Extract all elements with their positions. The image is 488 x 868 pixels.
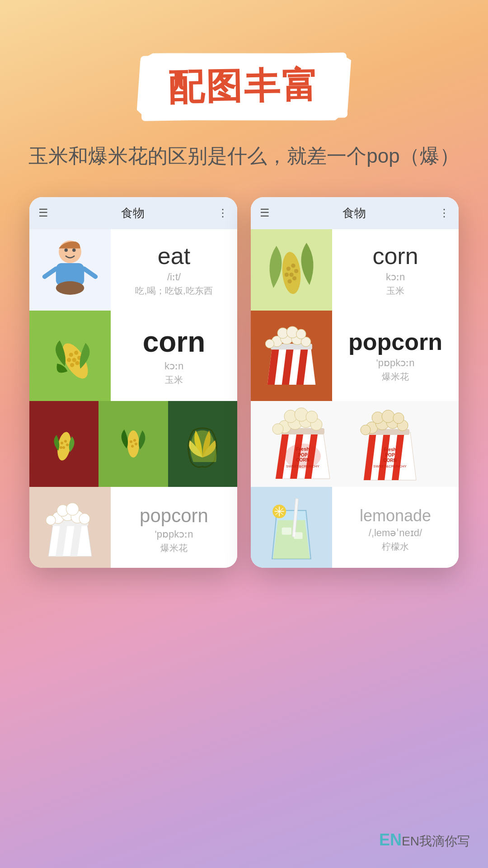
svg-point-17: [64, 440, 67, 443]
veggie-illustration: [182, 417, 223, 471]
left-corn-word: corn kɔːn 玉米: [111, 311, 237, 401]
svg-point-11: [72, 358, 76, 362]
svg-point-22: [130, 440, 132, 443]
right-content-area: corn kɔːn 玉米: [251, 229, 459, 568]
cell-corn-2: [99, 401, 168, 487]
svg-text:SWEET&CRUNCHY: SWEET&CRUNCHY: [286, 464, 319, 468]
svg-point-31: [46, 515, 56, 525]
left-eat-row: eat /iːt/ 吃,喝；吃饭,吃东西: [29, 229, 237, 311]
svg-point-8: [69, 353, 73, 357]
right-lemonade-word: lemonade /ˌleməˈneɪd/ 柠檬水: [332, 487, 459, 568]
left-eat-word: eat /iːt/ 吃,喝；吃饭,吃东西: [111, 229, 237, 311]
right-popcorn-image: [251, 311, 332, 401]
lemonade-word: lemonade: [360, 506, 431, 525]
main-title: 配图丰富: [168, 61, 320, 113]
svg-text:POP: POP: [385, 453, 394, 458]
svg-point-77: [393, 413, 404, 424]
svg-text:SWEET&CRUNCHY: SWEET&CRUNCHY: [373, 464, 407, 468]
eat-phonetic: /iːt/: [167, 271, 181, 283]
eat-meaning: 吃,喝；吃饭,吃东西: [135, 285, 212, 297]
dots-icon-right: ⋮: [439, 207, 450, 219]
svg-point-37: [294, 269, 298, 273]
left-three-row: [29, 401, 237, 487]
phones-container: ☰ 食物 ⋮: [0, 197, 488, 568]
svg-point-21: [127, 430, 139, 458]
eat-illustration: [36, 236, 104, 304]
svg-point-13: [75, 361, 79, 365]
corn-phonetic: kɔːn: [164, 360, 183, 372]
popcorn-cup-right: [260, 320, 323, 392]
subtitle: 玉米和爆米花的区别是什么，就差一个pop（爆）: [27, 142, 461, 170]
watermark: ENEN我滴你写: [379, 830, 470, 850]
right-lemonade-row: lemonade /ˌleməˈneɪd/ 柠檬水: [251, 487, 459, 568]
svg-point-39: [285, 273, 289, 277]
left-content-area: eat /iːt/ 吃,喝；吃饭,吃东西: [29, 229, 237, 568]
hamburger-icon-right: ☰: [260, 207, 270, 219]
right-big-popcorn-image: Fresh POP CORN SWEET&CRUNCHY: [251, 401, 459, 487]
left-phone-header: ☰ 食物 ⋮: [29, 197, 237, 229]
left-phone: ☰ 食物 ⋮: [29, 197, 237, 568]
svg-point-61: [272, 424, 283, 434]
svg-text:POP: POP: [298, 453, 307, 458]
svg-point-50: [296, 329, 306, 339]
popcorn-meaning-right: 爆米花: [382, 371, 409, 383]
svg-point-23: [133, 439, 136, 442]
svg-point-40: [292, 276, 296, 280]
eat-word: eat: [158, 242, 190, 269]
svg-rect-80: [282, 527, 291, 534]
svg-text:Fresh: Fresh: [296, 446, 310, 452]
watermark-text: EN我滴你写: [402, 834, 470, 848]
svg-point-20: [60, 446, 62, 449]
svg-point-2: [56, 281, 84, 295]
corn-phonetic-right: kɔːn: [386, 271, 405, 283]
svg-point-64: [306, 411, 318, 423]
left-eat-image: [29, 229, 111, 311]
svg-point-18: [66, 443, 69, 446]
popcorn-word-right: popcorn: [348, 328, 442, 355]
svg-point-74: [361, 425, 371, 435]
svg-point-35: [286, 266, 291, 270]
svg-point-24: [135, 443, 137, 445]
popcorn-big-illustration: Fresh POP CORN SWEET&CRUNCHY: [260, 402, 450, 486]
left-phone-title: 食物: [121, 205, 145, 221]
lemonade-meaning: 柠檬水: [382, 541, 409, 553]
svg-point-25: [131, 445, 134, 448]
svg-point-76: [382, 410, 394, 423]
svg-point-30: [79, 513, 89, 524]
lemonade-phonetic: /ˌleməˈneɪd/: [369, 527, 422, 539]
right-corn-word: corn kɔːn 玉米: [332, 229, 459, 311]
svg-line-4: [84, 269, 95, 277]
corn-meaning-right: 玉米: [386, 285, 404, 297]
dots-icon: ⋮: [217, 207, 228, 219]
left-popcorn-row: popcorn 'pɒpkɔːn 爆米花: [29, 487, 237, 568]
corn-illustration: [34, 320, 106, 392]
popcorn-illustration-left: [38, 494, 102, 566]
popcorn-phonetic-left: 'pɒpkɔːn: [155, 528, 193, 540]
svg-point-19: [62, 446, 65, 449]
svg-point-9: [74, 350, 78, 354]
title-section: 配图丰富: [0, 0, 488, 119]
cell-veggie: [168, 401, 237, 487]
right-phone-title: 食物: [343, 205, 366, 221]
svg-text:CORN: CORN: [383, 458, 396, 463]
left-popcorn-image: [29, 487, 111, 568]
right-popcorn-row: popcorn 'pɒpkɔːn 爆米花: [251, 311, 459, 401]
corn-word-right: corn: [372, 242, 418, 269]
title-brush: 配图丰富: [141, 52, 347, 121]
popcorn-word-left: popcorn: [140, 505, 208, 527]
svg-text:Fresh: Fresh: [384, 447, 396, 452]
left-corn-image: [29, 311, 111, 401]
svg-point-41: [287, 279, 291, 283]
popcorn-phonetic-right: 'pɒpkɔːn: [376, 357, 415, 369]
svg-point-16: [61, 442, 63, 444]
svg-point-33: [66, 503, 79, 515]
svg-point-38: [289, 273, 293, 277]
right-phone: ☰ 食物 ⋮: [251, 197, 459, 568]
hamburger-icon: ☰: [38, 207, 48, 219]
corn-word: corn: [143, 325, 206, 359]
right-popcorn-word: popcorn 'pɒpkɔːn 爆米花: [332, 311, 459, 401]
svg-point-14: [70, 363, 74, 367]
svg-point-12: [67, 358, 71, 362]
corn-meaning: 玉米: [165, 374, 183, 386]
corn-top-illustration: [255, 234, 328, 306]
